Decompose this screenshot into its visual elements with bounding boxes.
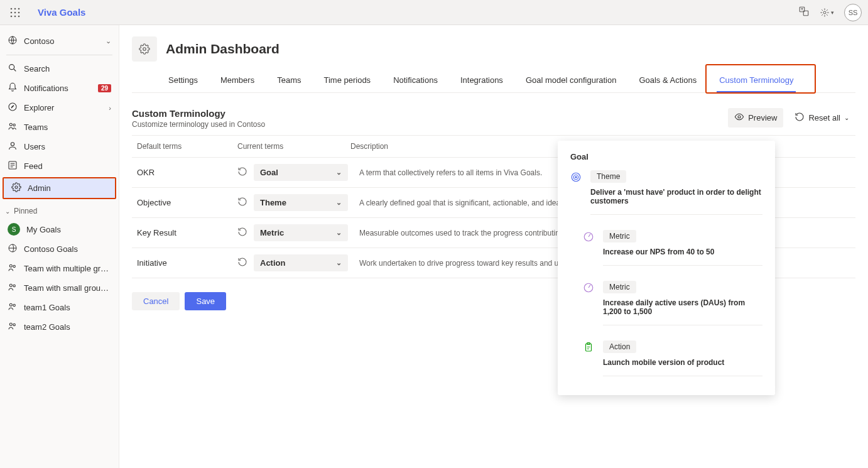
sidebar-item-team2[interactable]: team2 Goals (0, 317, 119, 337)
org-switcher[interactable]: Contoso ⌄ (0, 31, 119, 51)
svg-point-17 (11, 143, 14, 146)
sidebar-item-users[interactable]: Users (0, 137, 119, 156)
svg-point-19 (15, 186, 18, 188)
svg-point-30 (738, 116, 741, 118)
preview-tag: Metric (603, 281, 636, 293)
people-icon (8, 321, 18, 333)
current-term-select[interactable]: Goal ⌄ (254, 164, 348, 181)
reset-row-icon[interactable] (237, 166, 247, 178)
svg-point-16 (13, 124, 15, 126)
sidebar-item-label: Notifications (24, 84, 68, 93)
tab-custom-terminology[interactable]: Custom Terminology (717, 70, 796, 92)
svg-point-28 (13, 324, 15, 325)
pinned-label: Pinned (14, 207, 37, 215)
preview-top-label: Goal (570, 152, 762, 161)
col-header-current: Current terms (237, 142, 350, 151)
bell-icon (8, 82, 18, 94)
product-name[interactable]: Viva Goals (38, 7, 85, 18)
translate-icon[interactable] (798, 6, 810, 19)
svg-point-21 (9, 264, 12, 267)
svg-point-29 (143, 48, 146, 51)
tab-teams[interactable]: Teams (274, 70, 303, 92)
sidebar-item-admin[interactable]: Admin (3, 177, 116, 199)
chevron-down-icon: ⌄ (5, 208, 10, 215)
svg-point-25 (9, 303, 12, 306)
reset-row-icon[interactable] (237, 227, 247, 239)
sidebar-item-notifications[interactable]: Notifications 29 (0, 79, 119, 98)
sidebar-item-search[interactable]: Search (0, 59, 119, 79)
sidebar-item-team1[interactable]: team1 Goals (0, 298, 119, 317)
sidebar-item-contoso-goals[interactable]: Contoso Goals (0, 239, 119, 259)
preview-desc: Launch mobile version of product (603, 358, 762, 367)
reset-all-button[interactable]: Reset all ⌄ (788, 108, 855, 128)
svg-point-26 (13, 304, 15, 306)
current-term-select[interactable]: Theme ⌄ (254, 194, 348, 211)
chevron-down-icon: ⌄ (336, 199, 342, 207)
tab-members[interactable]: Members (218, 70, 257, 92)
sidebar-item-label: Admin (28, 183, 51, 193)
reset-row-icon[interactable] (237, 257, 247, 269)
settings-dropdown-icon[interactable]: ▾ (820, 8, 834, 18)
clipboard-icon (583, 342, 595, 376)
svg-point-33 (575, 177, 577, 178)
user-icon (8, 141, 18, 153)
current-term-select[interactable]: Metric ⌄ (254, 224, 348, 241)
sidebar-item-label: Explorer (24, 103, 54, 112)
sidebar-item-feed[interactable]: Feed (0, 156, 119, 176)
svg-point-24 (13, 285, 15, 286)
sidebar-item-label: Users (24, 142, 45, 151)
people-icon (8, 302, 18, 313)
tab-time-periods[interactable]: Time periods (321, 70, 373, 92)
save-button[interactable]: Save (185, 292, 226, 310)
preview-tag: Theme (590, 170, 626, 183)
user-avatar[interactable]: SS (844, 4, 862, 21)
preview-panel: Goal Theme Deliver a 'must have' product… (558, 141, 775, 395)
chevron-down-icon: ⌄ (336, 168, 342, 177)
tab-integrations[interactable]: Integrations (458, 70, 506, 92)
select-value: Theme (260, 198, 286, 207)
section-subtitle: Customize terminology used in Contoso (132, 120, 265, 129)
chevron-down-icon: ⌄ (336, 229, 342, 237)
sidebar-item-my-goals[interactable]: S My Goals (0, 219, 119, 239)
svg-point-4 (14, 11, 16, 13)
svg-point-6 (11, 15, 13, 17)
cancel-button[interactable]: Cancel (132, 292, 180, 310)
svg-point-7 (14, 15, 16, 17)
svg-point-23 (9, 284, 12, 286)
feed-icon (8, 160, 18, 172)
page-title: Admin Dashboard (166, 41, 279, 57)
current-term-select[interactable]: Action ⌄ (254, 254, 348, 271)
sidebar-item-team-multi[interactable]: Team with multiple grou... (0, 259, 119, 278)
sidebar-item-team-small[interactable]: Team with small group t... (0, 278, 119, 298)
people-icon (8, 282, 18, 294)
globe-icon (8, 243, 18, 255)
tab-goal-model[interactable]: Goal model configuration (523, 70, 619, 92)
svg-point-1 (14, 8, 16, 9)
default-term: Objective (137, 198, 237, 207)
select-value: Action (260, 258, 285, 268)
tab-strip: Settings Members Teams Time periods Noti… (132, 65, 855, 93)
eye-icon (734, 112, 744, 124)
sidebar-item-teams[interactable]: Teams (0, 117, 119, 137)
tab-settings[interactable]: Settings (166, 70, 200, 92)
search-icon (8, 63, 18, 75)
default-term: OKR (137, 168, 237, 177)
reset-all-label: Reset all (808, 113, 840, 122)
tab-goals-actions[interactable]: Goals & Actions (636, 70, 699, 92)
main-content: Admin Dashboard Settings Members Teams T… (119, 25, 868, 468)
sidebar-item-explorer[interactable]: Explorer › (0, 98, 119, 117)
sidebar-item-label: My Goals (26, 225, 61, 234)
svg-point-22 (13, 265, 15, 267)
tab-notifications[interactable]: Notifications (391, 70, 440, 92)
preview-label: Preview (748, 113, 777, 122)
pinned-section-header[interactable]: ⌄ Pinned (0, 200, 119, 219)
app-launcher-icon[interactable] (6, 4, 24, 21)
sidebar-item-label: Contoso Goals (24, 244, 78, 254)
user-initial-avatar: S (8, 223, 20, 236)
reset-row-icon[interactable] (237, 197, 247, 209)
sidebar-item-label: Feed (24, 161, 43, 171)
preview-button[interactable]: Preview (728, 108, 783, 128)
svg-point-13 (9, 65, 14, 70)
col-header-default: Default terms (137, 142, 237, 151)
notifications-badge: 29 (98, 84, 111, 92)
